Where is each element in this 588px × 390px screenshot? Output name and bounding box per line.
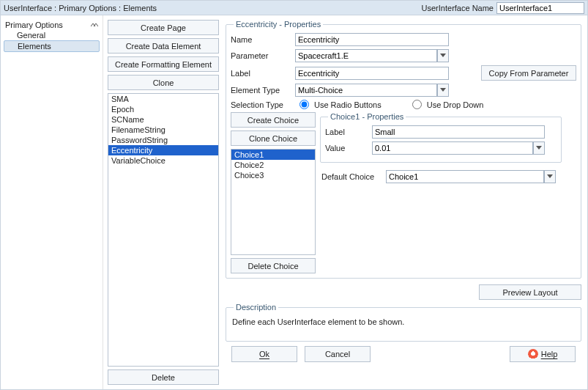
list-item[interactable]: SCName <box>108 114 218 125</box>
description-text: Define each UserInterface element to be … <box>231 316 576 336</box>
selection-type-label: Selection Type <box>231 100 292 109</box>
list-item[interactable]: Choice1 <box>231 150 315 160</box>
use-drop-down-label: Use Drop Down <box>427 100 484 109</box>
chevron-down-icon[interactable] <box>437 49 449 62</box>
default-choice-label: Default Choice <box>321 172 383 181</box>
clone-button[interactable]: Clone <box>108 75 219 90</box>
preview-row: Preview Layout <box>226 284 581 300</box>
userinterface-name-input[interactable] <box>496 2 584 14</box>
preview-layout-button[interactable]: Preview Layout <box>479 284 581 300</box>
titlebar: UserInterface : Primary Options : Elemen… <box>1 1 587 15</box>
default-choice-combo[interactable] <box>386 170 556 183</box>
choice-properties-fieldset: Choice1 - Properties Label Value <box>320 112 562 163</box>
description-legend: Description <box>234 303 278 312</box>
element-type-combo[interactable] <box>295 84 449 97</box>
create-formatting-element-button[interactable]: Create Formatting Element <box>108 56 219 72</box>
copy-from-parameter-button[interactable]: Copy From Parameter <box>481 65 576 81</box>
right-panel: Eccentricity - Properties Name Parameter <box>224 15 587 389</box>
tree-node-general[interactable]: General <box>4 30 100 40</box>
label-label: Label <box>231 69 292 78</box>
list-item[interactable]: Eccentricity <box>108 145 218 155</box>
description-fieldset: Description Define each UserInterface el… <box>226 303 581 342</box>
app-window: UserInterface : Primary Options : Elemen… <box>0 0 588 390</box>
create-choice-button[interactable]: Create Choice <box>231 112 316 128</box>
tree-root[interactable]: Primary Options <box>4 20 100 30</box>
selection-type-radios: Use Radio Buttons Use Drop Down <box>295 100 483 109</box>
list-item[interactable]: PasswordString <box>108 135 218 145</box>
choice-actions: Create Choice Clone Choice Choice1 Choic… <box>231 112 316 273</box>
properties-legend: Eccentricity - Properties <box>234 20 323 29</box>
clone-choice-button[interactable]: Clone Choice <box>231 130 316 146</box>
delete-choice-button[interactable]: Delete Choice <box>231 258 316 273</box>
list-item[interactable]: SMA <box>108 94 218 104</box>
element-type-label: Element Type <box>231 86 292 95</box>
use-drop-down-radio[interactable] <box>412 100 422 109</box>
default-choice-input[interactable] <box>386 170 544 183</box>
use-radio-buttons-radio[interactable] <box>299 100 309 109</box>
list-item[interactable]: Choice2 <box>231 160 315 170</box>
choice-props-wrap: Choice1 - Properties Label Value <box>320 112 562 273</box>
label-input[interactable] <box>295 67 449 80</box>
create-data-element-button[interactable]: Create Data Element <box>108 38 219 54</box>
list-item[interactable]: Epoch <box>108 104 218 114</box>
element-type-input[interactable] <box>295 84 437 97</box>
chevron-up-icon[interactable] <box>91 21 98 29</box>
userinterface-name-group: UserInterface Name <box>422 2 584 14</box>
chevron-down-icon[interactable] <box>533 141 545 155</box>
tree-node-elements[interactable]: Elements <box>4 40 100 52</box>
list-item[interactable]: VariableChoice <box>108 155 218 166</box>
delete-button[interactable]: Delete <box>108 369 219 385</box>
elements-listbox[interactable]: SMA Epoch SCName FilenameString Password… <box>108 93 219 367</box>
name-label: Name <box>231 35 292 44</box>
help-button[interactable]: Help <box>510 346 576 362</box>
choices-listbox[interactable]: Choice1 Choice2 Choice3 <box>231 149 316 255</box>
chevron-down-icon[interactable] <box>437 84 449 97</box>
parameter-combo[interactable] <box>295 49 449 62</box>
properties-fieldset: Eccentricity - Properties Name Parameter <box>226 20 581 279</box>
choices-row: Create Choice Clone Choice Choice1 Choic… <box>231 112 576 273</box>
middle-panel: Create Page Create Data Element Create F… <box>103 15 224 389</box>
body: Primary Options General Elements Create … <box>1 15 587 389</box>
help-icon <box>528 349 538 359</box>
use-radio-buttons-label: Use Radio Buttons <box>314 100 382 109</box>
parameter-label: Parameter <box>231 51 292 60</box>
choice-properties-legend: Choice1 - Properties <box>328 112 406 121</box>
cancel-button[interactable]: Cancel <box>305 346 371 362</box>
ok-button[interactable]: Ok <box>231 346 297 362</box>
tree-root-label: Primary Options <box>5 21 63 29</box>
help-label: Help <box>541 350 558 358</box>
nav-tree: Primary Options General Elements <box>1 15 103 389</box>
footer: Ok Cancel Help <box>226 342 581 367</box>
list-item[interactable]: FilenameString <box>108 125 218 135</box>
choice-value-input[interactable] <box>372 141 533 155</box>
breadcrumb: UserInterface : Primary Options : Elemen… <box>4 4 157 12</box>
chevron-down-icon[interactable] <box>544 170 556 183</box>
choice-value-label: Value <box>325 144 369 152</box>
choice-label-label: Label <box>325 128 369 136</box>
name-input[interactable] <box>295 33 449 46</box>
choice-label-input[interactable] <box>372 125 545 139</box>
parameter-input[interactable] <box>295 49 437 62</box>
list-item[interactable]: Choice3 <box>231 170 315 180</box>
userinterface-name-label: UserInterface Name <box>422 4 494 12</box>
create-page-button[interactable]: Create Page <box>108 20 219 35</box>
choice-value-combo[interactable] <box>372 141 545 155</box>
